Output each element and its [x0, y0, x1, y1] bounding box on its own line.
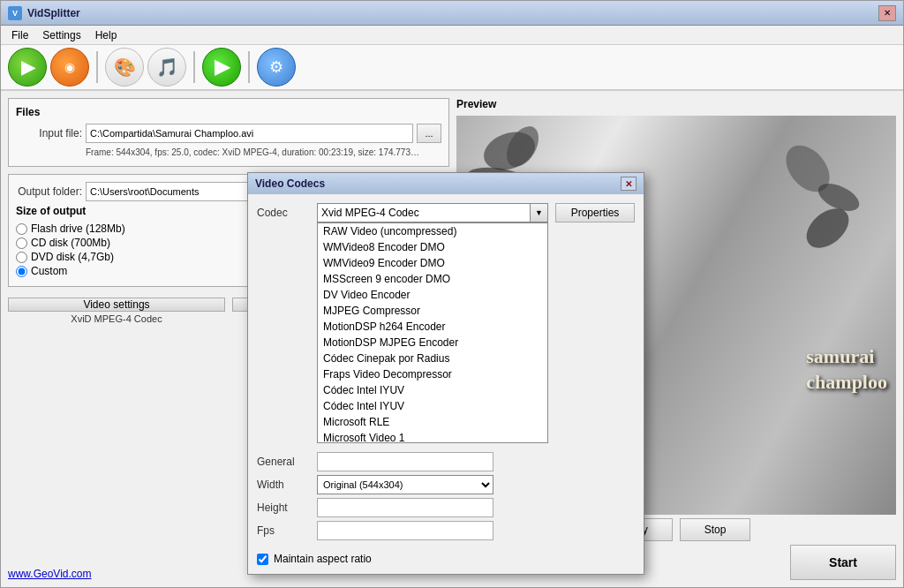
codec-dropdown-arrow[interactable]: ▼	[530, 204, 547, 222]
codec-option-msscreen[interactable]: MSScreen 9 encoder DMO	[318, 271, 547, 287]
codec-option-motiondsp-mjpeg[interactable]: MotionDSP MJPEG Encoder	[318, 335, 547, 351]
modal-title: Video Codecs	[255, 177, 325, 190]
codec-select-wrapper: Xvid MPEG-4 Codec ▼ RAW Video (uncompres…	[317, 203, 548, 222]
codec-option-wmv9[interactable]: WMVideo9 Encoder DMO	[318, 255, 547, 271]
modal-body: Codec Xvid MPEG-4 Codec ▼ RAW Video (unc…	[248, 194, 644, 574]
width-select[interactable]: Original (544x304)	[317, 475, 493, 494]
modal-overlay: Video Codecs ✕ Codec Xvid MPEG-4 Codec ▼…	[0, 0, 904, 588]
codec-selection-row: Codec Xvid MPEG-4 Codec ▼ RAW Video (unc…	[257, 203, 635, 222]
aspect-ratio-row: Maintain aspect ratio	[257, 553, 635, 565]
codec-field-label: Codec	[257, 207, 310, 219]
height-input[interactable]	[317, 498, 493, 517]
codec-option-intel1[interactable]: Códec Intel IYUV	[318, 382, 547, 398]
general-input[interactable]	[317, 452, 493, 471]
width-label: Width	[257, 475, 310, 494]
codec-option-mjpeg[interactable]: MJPEG Compressor	[318, 303, 547, 319]
codec-select-value: Xvid MPEG-4 Codec	[321, 207, 544, 219]
codec-option-msrle[interactable]: Microsoft RLE	[318, 414, 547, 430]
fps-label: Fps	[257, 521, 310, 540]
codec-option-fraps[interactable]: Fraps Video Decompressor	[318, 366, 547, 382]
codec-option-raw[interactable]: RAW Video (uncompressed)	[318, 223, 547, 239]
modal-settings: General Width Original (544x304) Height …	[257, 449, 635, 544]
height-label: Height	[257, 498, 310, 517]
codec-select-display[interactable]: Xvid MPEG-4 Codec ▼	[317, 203, 548, 222]
maintain-aspect-label: Maintain aspect ratio	[274, 553, 372, 565]
fps-input[interactable]	[317, 521, 493, 540]
codec-option-wmv8[interactable]: WMVideo8 Encoder DMO	[318, 239, 547, 255]
codec-option-msvideo1[interactable]: Microsoft Video 1	[318, 430, 547, 443]
maintain-aspect-checkbox[interactable]	[257, 554, 268, 565]
codec-option-cinepak[interactable]: Códec Cinepak por Radius	[318, 351, 547, 366]
codec-dropdown[interactable]: RAW Video (uncompressed) WMVideo8 Encode…	[317, 222, 548, 443]
codec-option-dv[interactable]: DV Video Encoder	[318, 287, 547, 303]
general-label: General	[257, 452, 310, 471]
video-codecs-modal: Video Codecs ✕ Codec Xvid MPEG-4 Codec ▼…	[247, 172, 644, 575]
modal-close-button[interactable]: ✕	[621, 177, 637, 191]
codec-option-h264[interactable]: MotionDSP h264 Encoder	[318, 319, 547, 335]
modal-title-bar: Video Codecs ✕	[248, 173, 644, 194]
properties-button[interactable]: Properties	[555, 203, 635, 222]
codec-option-intel2[interactable]: Códec Intel IYUV	[318, 398, 547, 414]
